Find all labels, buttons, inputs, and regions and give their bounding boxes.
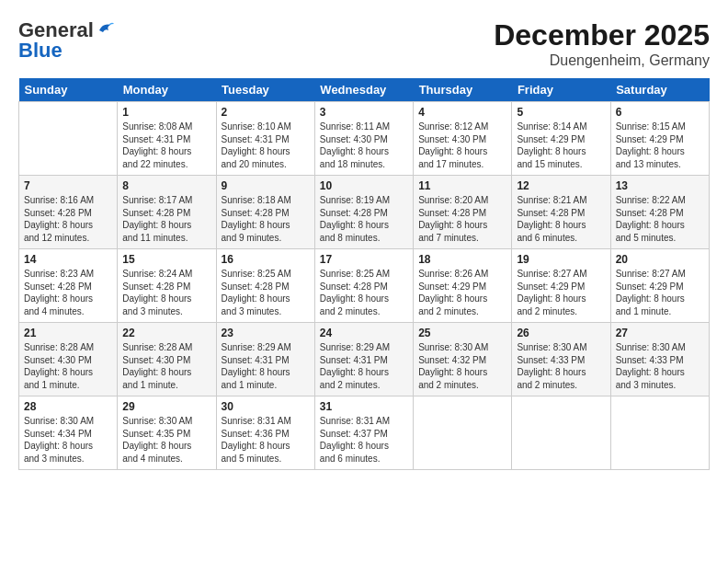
calendar-cell: 20Sunrise: 8:27 AM Sunset: 4:29 PM Dayli… [610,249,709,323]
weekday-header-thursday: Thursday [414,78,512,102]
day-number: 17 [320,253,408,266]
calendar-cell: 11Sunrise: 8:20 AM Sunset: 4:28 PM Dayli… [414,176,512,249]
day-info: Sunrise: 8:25 AM Sunset: 4:28 PM Dayligh… [222,268,310,317]
day-number: 2 [222,106,310,119]
weekday-header-friday: Friday [512,78,610,102]
day-number: 22 [122,327,210,339]
day-number: 29 [122,400,210,413]
day-info: Sunrise: 8:28 AM Sunset: 4:30 PM Dayligh… [24,341,112,391]
day-info: Sunrise: 8:10 AM Sunset: 4:31 PM Dayligh… [222,121,310,170]
day-info: Sunrise: 8:17 AM Sunset: 4:28 PM Dayligh… [122,194,210,244]
calendar-cell [512,396,610,470]
calendar-cell [19,102,118,176]
calendar-cell: 1Sunrise: 8:08 AM Sunset: 4:31 PM Daylig… [118,102,216,176]
calendar-cell: 27Sunrise: 8:30 AM Sunset: 4:33 PM Dayli… [610,323,709,396]
day-info: Sunrise: 8:22 AM Sunset: 4:28 PM Dayligh… [616,194,704,244]
day-number: 23 [222,327,310,339]
calendar-cell: 23Sunrise: 8:29 AM Sunset: 4:31 PM Dayli… [216,323,314,396]
day-info: Sunrise: 8:14 AM Sunset: 4:29 PM Dayligh… [517,121,605,170]
day-number: 8 [122,179,210,192]
day-number: 15 [122,253,210,266]
day-number: 1 [122,106,210,119]
calendar-cell [414,396,512,470]
calendar-cell: 7Sunrise: 8:16 AM Sunset: 4:28 PM Daylig… [19,176,118,249]
calendar-cell: 6Sunrise: 8:15 AM Sunset: 4:29 PM Daylig… [610,102,709,176]
day-info: Sunrise: 8:27 AM Sunset: 4:29 PM Dayligh… [616,268,704,317]
day-number: 12 [517,179,605,192]
day-info: Sunrise: 8:21 AM Sunset: 4:28 PM Dayligh… [517,194,605,244]
calendar-cell: 13Sunrise: 8:22 AM Sunset: 4:28 PM Dayli… [610,176,709,249]
day-number: 20 [616,253,704,266]
day-info: Sunrise: 8:23 AM Sunset: 4:28 PM Dayligh… [24,268,112,317]
logo-blue: Blue [18,39,63,63]
calendar-cell: 28Sunrise: 8:30 AM Sunset: 4:34 PM Dayli… [19,396,118,470]
calendar-cell: 5Sunrise: 8:14 AM Sunset: 4:29 PM Daylig… [512,102,610,176]
day-info: Sunrise: 8:29 AM Sunset: 4:31 PM Dayligh… [222,341,310,391]
location: Duengenheim, Germany [494,52,710,69]
calendar-cell: 9Sunrise: 8:18 AM Sunset: 4:28 PM Daylig… [216,176,314,249]
day-info: Sunrise: 8:11 AM Sunset: 4:30 PM Dayligh… [320,121,408,170]
logo-bird-icon [96,19,116,40]
calendar-cell: 21Sunrise: 8:28 AM Sunset: 4:30 PM Dayli… [19,323,118,396]
day-info: Sunrise: 8:27 AM Sunset: 4:29 PM Dayligh… [517,268,605,317]
day-info: Sunrise: 8:12 AM Sunset: 4:30 PM Dayligh… [418,121,506,170]
day-number: 4 [418,106,506,119]
calendar-cell [610,396,709,470]
calendar-cell: 18Sunrise: 8:26 AM Sunset: 4:29 PM Dayli… [414,249,512,323]
calendar-cell: 8Sunrise: 8:17 AM Sunset: 4:28 PM Daylig… [118,176,216,249]
day-number: 11 [418,179,506,192]
day-number: 7 [24,179,112,192]
title-block: December 2025 Duengenheim, Germany [494,18,710,69]
day-info: Sunrise: 8:15 AM Sunset: 4:29 PM Dayligh… [616,121,704,170]
weekday-header-row: SundayMondayTuesdayWednesdayThursdayFrid… [19,78,710,102]
day-info: Sunrise: 8:31 AM Sunset: 4:36 PM Dayligh… [222,415,310,465]
day-number: 24 [320,327,408,339]
day-info: Sunrise: 8:16 AM Sunset: 4:28 PM Dayligh… [24,194,112,244]
day-number: 28 [24,400,112,413]
day-info: Sunrise: 8:25 AM Sunset: 4:28 PM Dayligh… [320,268,408,317]
page-container: General Blue December 2025 Duengenheim, … [0,0,728,563]
day-info: Sunrise: 8:28 AM Sunset: 4:30 PM Dayligh… [122,341,210,391]
month-title: December 2025 [494,18,710,52]
day-info: Sunrise: 8:30 AM Sunset: 4:34 PM Dayligh… [24,415,112,465]
calendar-cell: 16Sunrise: 8:25 AM Sunset: 4:28 PM Dayli… [216,249,314,323]
calendar-cell: 24Sunrise: 8:29 AM Sunset: 4:31 PM Dayli… [314,323,413,396]
weekday-header-saturday: Saturday [610,78,709,102]
day-number: 9 [222,179,310,192]
calendar-cell: 15Sunrise: 8:24 AM Sunset: 4:28 PM Dayli… [118,249,216,323]
calendar-cell: 14Sunrise: 8:23 AM Sunset: 4:28 PM Dayli… [19,249,118,323]
calendar-week-row: 1Sunrise: 8:08 AM Sunset: 4:31 PM Daylig… [19,102,710,176]
day-info: Sunrise: 8:30 AM Sunset: 4:32 PM Dayligh… [418,341,506,391]
calendar-cell: 25Sunrise: 8:30 AM Sunset: 4:32 PM Dayli… [414,323,512,396]
day-info: Sunrise: 8:30 AM Sunset: 4:33 PM Dayligh… [517,341,605,391]
day-number: 13 [616,179,704,192]
day-number: 31 [320,400,408,413]
page-header: General Blue December 2025 Duengenheim, … [18,18,710,69]
day-info: Sunrise: 8:19 AM Sunset: 4:28 PM Dayligh… [320,194,408,244]
weekday-header-sunday: Sunday [19,78,118,102]
calendar-cell: 30Sunrise: 8:31 AM Sunset: 4:36 PM Dayli… [216,396,314,470]
day-number: 21 [24,327,112,339]
calendar-cell: 29Sunrise: 8:30 AM Sunset: 4:35 PM Dayli… [118,396,216,470]
day-info: Sunrise: 8:18 AM Sunset: 4:28 PM Dayligh… [222,194,310,244]
day-info: Sunrise: 8:24 AM Sunset: 4:28 PM Dayligh… [122,268,210,317]
calendar-cell: 4Sunrise: 8:12 AM Sunset: 4:30 PM Daylig… [414,102,512,176]
day-number: 14 [24,253,112,266]
day-number: 25 [418,327,506,339]
calendar-cell: 2Sunrise: 8:10 AM Sunset: 4:31 PM Daylig… [216,102,314,176]
day-info: Sunrise: 8:30 AM Sunset: 4:35 PM Dayligh… [122,415,210,465]
calendar-cell: 10Sunrise: 8:19 AM Sunset: 4:28 PM Dayli… [314,176,413,249]
calendar-week-row: 21Sunrise: 8:28 AM Sunset: 4:30 PM Dayli… [19,323,710,396]
day-info: Sunrise: 8:26 AM Sunset: 4:29 PM Dayligh… [418,268,506,317]
day-info: Sunrise: 8:30 AM Sunset: 4:33 PM Dayligh… [616,341,704,391]
calendar-cell: 31Sunrise: 8:31 AM Sunset: 4:37 PM Dayli… [314,396,413,470]
day-number: 3 [320,106,408,119]
calendar-cell: 17Sunrise: 8:25 AM Sunset: 4:28 PM Dayli… [314,249,413,323]
calendar-week-row: 28Sunrise: 8:30 AM Sunset: 4:34 PM Dayli… [19,396,710,470]
calendar-cell: 3Sunrise: 8:11 AM Sunset: 4:30 PM Daylig… [314,102,413,176]
calendar-cell: 12Sunrise: 8:21 AM Sunset: 4:28 PM Dayli… [512,176,610,249]
day-info: Sunrise: 8:31 AM Sunset: 4:37 PM Dayligh… [320,415,408,465]
day-number: 27 [616,327,704,339]
day-info: Sunrise: 8:20 AM Sunset: 4:28 PM Dayligh… [418,194,506,244]
calendar-week-row: 7Sunrise: 8:16 AM Sunset: 4:28 PM Daylig… [19,176,710,249]
